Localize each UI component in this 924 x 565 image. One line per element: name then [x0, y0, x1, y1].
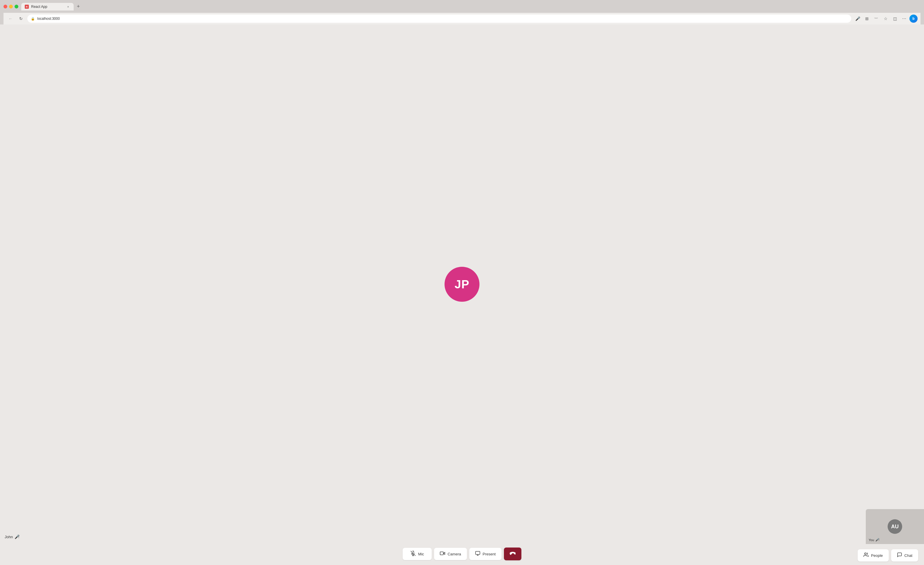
present-label: Present	[483, 552, 496, 556]
tabs-bar: R React App × +	[21, 2, 921, 11]
browser-tab[interactable]: R React App ×	[21, 3, 74, 11]
read-aloud-button[interactable]: ︸	[872, 15, 880, 23]
tab-favicon: R	[25, 5, 29, 9]
reload-button[interactable]: ↻	[17, 15, 25, 23]
tab-close-button[interactable]: ×	[66, 5, 70, 9]
end-call-icon	[510, 550, 516, 557]
address-lock-icon: 🔒	[31, 17, 35, 21]
self-view-avatar: AU	[888, 519, 902, 534]
browser-toolbar: ← ↻ 🔒 localhost:3000 🎤 ⊞ ︸ ☆ ◫ ⋯ b	[3, 13, 921, 24]
self-view-panel: AU You 🎤⃒	[866, 509, 924, 544]
close-traffic-light[interactable]	[3, 5, 7, 9]
camera-label: Camera	[447, 552, 461, 556]
self-name: You	[869, 538, 874, 542]
participant-name-overlay: John 🎤⃒	[4, 534, 20, 539]
split-screen-button[interactable]: ◫	[891, 15, 899, 23]
new-tab-button[interactable]: +	[74, 2, 82, 11]
participant-muted-icon: 🎤⃒	[15, 534, 20, 539]
participant-name: John	[4, 535, 13, 539]
browser-extras-button[interactable]: ⋯	[900, 15, 908, 23]
mic-label: Mic	[418, 552, 424, 556]
tab-title: React App	[31, 5, 64, 9]
apps-toolbar-button[interactable]: ⊞	[863, 15, 871, 23]
chat-label: Chat	[904, 553, 912, 558]
bing-button[interactable]: b	[909, 15, 918, 23]
svg-point-8	[865, 553, 866, 554]
browser-chrome: R React App × + ← ↻ 🔒 localhost:3000 🎤 ⊞…	[0, 0, 924, 24]
maximize-traffic-light[interactable]	[15, 5, 18, 9]
minimize-traffic-light[interactable]	[9, 5, 13, 9]
present-button[interactable]: Present	[469, 548, 502, 560]
browser-titlebar: R React App × +	[3, 2, 921, 11]
main-participant-initials: JP	[455, 278, 470, 291]
svg-rect-4	[440, 552, 443, 555]
svg-marker-3	[443, 552, 445, 554]
people-label: People	[871, 553, 883, 558]
camera-icon	[440, 551, 445, 557]
self-muted-icon: 🎤⃒	[875, 538, 879, 542]
present-icon	[475, 551, 480, 557]
back-button[interactable]: ←	[6, 15, 15, 23]
address-url: localhost:3000	[37, 17, 60, 21]
people-icon	[864, 552, 869, 559]
svg-rect-5	[476, 551, 480, 554]
self-initials: AU	[891, 524, 898, 530]
main-participant-avatar: JP	[444, 267, 480, 302]
microphone-toolbar-button[interactable]: 🎤	[854, 15, 862, 23]
people-button[interactable]: People	[858, 549, 888, 562]
mic-off-icon	[411, 551, 416, 557]
end-call-button[interactable]	[504, 547, 521, 560]
mic-button[interactable]: Mic	[403, 548, 432, 560]
right-controls: People Chat	[858, 549, 918, 562]
control-bar: Mic Camera Present	[0, 544, 924, 565]
self-view-label: You 🎤⃒	[869, 538, 879, 542]
camera-button[interactable]: Camera	[434, 548, 466, 560]
favorites-button[interactable]: ☆	[882, 15, 890, 23]
main-video-area: JP John 🎤⃒ AU You 🎤⃒	[0, 24, 924, 544]
address-bar[interactable]: 🔒 localhost:3000	[27, 15, 851, 23]
app-content: JP John 🎤⃒ AU You 🎤⃒	[0, 24, 924, 565]
chat-icon	[897, 552, 902, 559]
chat-button[interactable]: Chat	[891, 549, 918, 562]
toolbar-actions: 🎤 ⊞ ︸ ☆ ◫ ⋯ b	[854, 15, 918, 23]
traffic-lights	[3, 5, 18, 9]
